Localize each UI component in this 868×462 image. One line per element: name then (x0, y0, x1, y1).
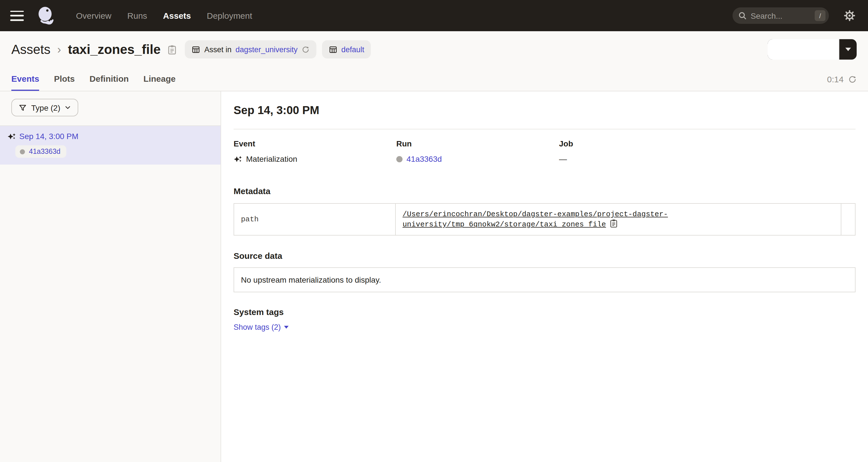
job-empty-value: — (559, 154, 567, 164)
run-id-link[interactable]: 41a3363d (406, 154, 442, 164)
materialize-button[interactable]: Materialize (768, 39, 839, 60)
run-column-label: Run (396, 139, 559, 148)
event-heading: Sep 14, 3:00 PM (234, 104, 856, 117)
show-tags-label: Show tags (2) (234, 323, 281, 331)
global-search[interactable]: / (733, 7, 829, 24)
source-data-heading: Source data (234, 251, 856, 261)
tab-lineage[interactable]: Lineage (144, 74, 176, 91)
search-input[interactable] (751, 11, 811, 20)
refresh-icon[interactable] (848, 75, 857, 83)
copy-path-icon[interactable] (610, 219, 618, 228)
materialize-dropdown-button[interactable] (840, 39, 857, 60)
nav-item-runs[interactable]: Runs (127, 11, 147, 21)
code-location-link[interactable]: dagster_university (236, 45, 298, 54)
events-sidebar: Type (2) Sep 14, 3:00 PM (0, 91, 221, 462)
show-tags-toggle[interactable]: Show tags (2) (234, 323, 289, 331)
run-id-badge[interactable]: 41a3363d (15, 145, 66, 158)
settings-gear-icon[interactable] (844, 10, 856, 22)
dagster-logo[interactable] (35, 5, 56, 26)
filter-row: Type (2) (0, 91, 221, 126)
caret-down-icon (845, 48, 851, 51)
search-icon (738, 11, 747, 20)
filter-label: Type (2) (31, 103, 60, 112)
top-nav: Overview Runs Assets Deployment / (0, 0, 868, 31)
caret-down-icon (284, 326, 289, 328)
group-badge: default (322, 40, 371, 58)
table-row: path /Users/erincochran/Desktop/dagster-… (234, 203, 855, 235)
type-filter-button[interactable]: Type (2) (11, 99, 79, 116)
refresh-timer: 0:14 (827, 74, 857, 91)
event-column: Event Materialization (234, 139, 396, 164)
divider (234, 129, 856, 129)
run-status-dot (20, 149, 25, 154)
materialization-sparkle-icon (234, 155, 242, 163)
breadcrumb-separator: › (56, 43, 62, 56)
metadata-path-link[interactable]: /Users/erincochran/Desktop/dagster-examp… (403, 210, 668, 229)
code-location-badge: Asset in dagster_university (185, 40, 316, 58)
materialize-split-button: Materialize (768, 39, 857, 60)
event-list-item[interactable]: Sep 14, 3:00 PM 41a3363d (0, 126, 221, 165)
search-shortcut-key: / (815, 10, 826, 21)
group-grid-icon (329, 45, 337, 54)
tab-definition[interactable]: Definition (90, 74, 129, 91)
source-data-empty-text: No upstream materializations to display. (241, 275, 381, 284)
materialize-label: Materialize (790, 45, 831, 54)
event-type-value: Materialization (246, 154, 298, 164)
group-default-link[interactable]: default (341, 45, 364, 54)
materialize-sparkle-icon (776, 45, 785, 54)
materialization-sparkle-icon (7, 132, 16, 141)
asset-in-label: Asset in (205, 45, 231, 54)
menu-hamburger-icon[interactable] (10, 10, 24, 21)
event-detail-panel: Sep 14, 3:00 PM Event Materializatio (221, 91, 868, 462)
timer-value: 0:14 (827, 74, 844, 84)
chevron-down-icon (65, 105, 71, 111)
asset-name-title: taxi_zones_file (68, 42, 160, 57)
run-id-label: 41a3363d (29, 148, 60, 155)
copy-asset-name-icon[interactable] (167, 44, 177, 55)
metadata-value: /Users/erincochran/Desktop/dagster-examp… (396, 203, 841, 235)
metadata-empty-cell (841, 203, 855, 235)
filter-funnel-icon (19, 104, 27, 112)
job-column-label: Job (559, 139, 722, 148)
job-column: Job — (559, 139, 722, 164)
reload-location-icon[interactable] (302, 46, 310, 53)
asset-tabs-bar: Events Plots Definition Lineage 0:14 (0, 66, 868, 91)
run-status-dot (396, 156, 403, 162)
primary-nav: Overview Runs Assets Deployment (76, 11, 252, 21)
breadcrumb-assets-link[interactable]: Assets (11, 42, 51, 57)
tab-events[interactable]: Events (11, 74, 39, 91)
nav-item-assets[interactable]: Assets (163, 11, 191, 21)
tab-plots[interactable]: Plots (54, 74, 74, 91)
run-column: Run 41a3363d (396, 139, 559, 164)
nav-item-deployment[interactable]: Deployment (207, 11, 252, 21)
metadata-heading: Metadata (234, 186, 856, 196)
asset-header: Assets › taxi_zones_file Asset in dagste… (0, 31, 868, 66)
metadata-table: path /Users/erincochran/Desktop/dagster-… (234, 203, 856, 235)
source-data-empty-box: No upstream materializations to display. (234, 267, 856, 292)
nav-item-overview[interactable]: Overview (76, 11, 112, 21)
asset-group-grid-icon (192, 45, 200, 54)
event-timestamp-link[interactable]: Sep 14, 3:00 PM (19, 132, 79, 141)
system-tags-heading: System tags (234, 307, 856, 317)
event-column-label: Event (234, 139, 396, 148)
metadata-key: path (234, 203, 396, 235)
